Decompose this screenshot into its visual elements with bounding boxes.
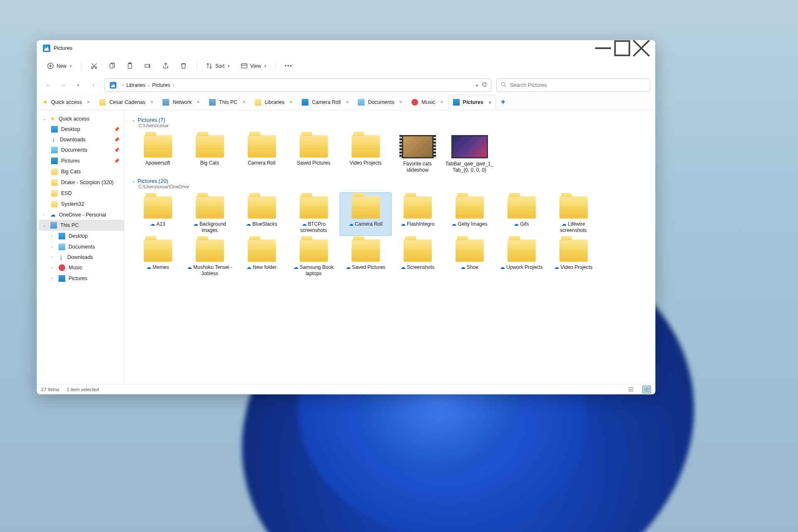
file-item[interactable]: ☁FlashIntegro: [392, 192, 443, 236]
close-tab-icon[interactable]: ×: [488, 99, 492, 106]
file-item[interactable]: ☁Lifewire screenshots: [547, 192, 599, 236]
file-item[interactable]: Video Projects: [340, 131, 392, 175]
up-button[interactable]: ↑: [87, 79, 99, 91]
tab-cesar-cadenas[interactable]: Cesar Cadenas×: [95, 95, 158, 110]
more-button[interactable]: •••: [281, 60, 296, 72]
cloud-icon: ☁: [50, 212, 56, 218]
search-input[interactable]: [510, 82, 645, 88]
delete-button[interactable]: [176, 60, 191, 72]
file-item[interactable]: ☁Getty Images: [443, 192, 495, 236]
pc-icon: [50, 222, 57, 229]
file-item[interactable]: Saved Pictures: [288, 131, 340, 175]
sidebar-item-esd[interactable]: ESD: [39, 188, 124, 199]
forward-button[interactable]: →: [57, 79, 69, 91]
file-item[interactable]: ☁Memes: [132, 236, 184, 279]
new-tab-button[interactable]: +: [497, 96, 509, 108]
search-box[interactable]: [496, 79, 650, 92]
tab-libraries[interactable]: Libraries×: [251, 95, 297, 110]
tab-music[interactable]: Music×: [407, 95, 447, 110]
cut-button[interactable]: [86, 60, 102, 72]
breadcrumb-pictures[interactable]: Pictures: [152, 82, 170, 88]
file-item[interactable]: Big Cats: [184, 131, 236, 175]
file-item[interactable]: ☁Video Projects: [547, 236, 599, 279]
sidebar-onedrive[interactable]: ›☁OneDrive - Personal: [39, 209, 124, 220]
item-count: 27 items: [41, 387, 59, 392]
file-item[interactable]: ☁Camera Roll: [340, 192, 392, 236]
sidebar-this-pc[interactable]: ⌄This PC: [39, 220, 124, 231]
rename-button[interactable]: [140, 60, 155, 72]
refresh-button[interactable]: [481, 81, 488, 89]
details-view-button[interactable]: [627, 386, 635, 393]
sidebar-item-desktop[interactable]: ›Desktop: [39, 231, 124, 241]
sidebar-item-big-cats[interactable]: Big Cats: [39, 166, 124, 177]
sidebar-quick-access[interactable]: ⌄★Quick access: [39, 113, 124, 124]
cloud-icon: ☁: [187, 264, 192, 270]
close-tab-icon[interactable]: ×: [87, 99, 90, 105]
minimize-button[interactable]: [594, 40, 613, 56]
sidebar-item-desktop[interactable]: Desktop📌: [39, 124, 124, 135]
maximize-button[interactable]: [613, 40, 632, 56]
chevron-down-icon[interactable]: ▾: [476, 83, 478, 88]
file-item[interactable]: Apowersoft: [132, 131, 184, 175]
close-tab-icon[interactable]: ×: [290, 99, 293, 105]
sidebar-item-system32[interactable]: System32: [39, 199, 124, 209]
pictures-icon: [51, 158, 58, 164]
file-item[interactable]: TabBar_qwe_qwe_1_Tab_{0, 0, 0, 0}: [443, 131, 495, 175]
close-tab-icon[interactable]: ×: [150, 99, 154, 105]
item-label: ☁Saved Pictures: [346, 264, 386, 271]
icons-view-button[interactable]: [643, 386, 651, 393]
item-label: Favorite cats slideshow: [394, 161, 441, 173]
file-item[interactable]: ☁Mushoku Tensei - Jobless: [184, 236, 236, 279]
item-grid: ☁A13☁Background images☁BlueStacks☁BTCPro…: [132, 192, 648, 279]
file-item[interactable]: ☁New folder: [236, 236, 288, 279]
view-button[interactable]: View ▾: [236, 60, 271, 72]
file-item[interactable]: ☁A13: [132, 192, 184, 236]
close-tab-icon[interactable]: ×: [440, 99, 443, 105]
close-tab-icon[interactable]: ×: [197, 99, 200, 105]
paste-button[interactable]: [122, 60, 138, 72]
tab-network[interactable]: Network×: [158, 95, 204, 110]
file-item[interactable]: ☁Background images: [184, 192, 236, 236]
recent-button[interactable]: ▾: [72, 79, 84, 91]
file-item[interactable]: Camera Roll: [236, 131, 288, 175]
sidebar-item-downloads[interactable]: ›⭳Downloads: [39, 252, 124, 262]
group-header[interactable]: ⌄Pictures (20): [132, 178, 648, 184]
sidebar-item-pictures[interactable]: Pictures📌: [39, 155, 124, 166]
tab-camera-roll[interactable]: Camera Roll×: [298, 95, 353, 110]
sidebar-item-pictures[interactable]: ›Pictures: [39, 273, 124, 284]
sidebar-item-documents[interactable]: Documents📌: [39, 145, 124, 155]
sidebar-item-label: System32: [61, 201, 84, 207]
copy-button[interactable]: [104, 60, 120, 72]
file-item[interactable]: ☁Samsung Book laptops: [288, 236, 340, 279]
tab-pictures[interactable]: Pictures×: [448, 95, 496, 110]
tab-documents[interactable]: Documents×: [354, 95, 406, 110]
cloud-icon: ☁: [401, 221, 406, 227]
file-item[interactable]: ☁BTCPro screenshots: [288, 192, 340, 236]
sidebar-item-music[interactable]: ›Music: [39, 262, 124, 273]
back-button[interactable]: ←: [42, 79, 54, 91]
close-button[interactable]: [632, 40, 651, 56]
sort-button[interactable]: Sort ▾: [202, 60, 234, 72]
file-item[interactable]: ☁Upwork Projects: [495, 236, 547, 279]
group-header[interactable]: ⌄Pictures (7): [132, 117, 648, 123]
file-item[interactable]: ☁BlueStacks: [236, 192, 288, 236]
file-item[interactable]: Favorite cats slideshow: [392, 131, 443, 175]
close-tab-icon[interactable]: ×: [346, 99, 349, 105]
file-item[interactable]: ☁Gifs: [495, 192, 547, 236]
sidebar-item-documents[interactable]: ›Documents: [39, 241, 124, 252]
share-button[interactable]: [158, 60, 173, 72]
sidebar-item-downloads[interactable]: ⭳Downloads📌: [39, 135, 124, 145]
file-item[interactable]: ☁Shoe: [443, 236, 495, 279]
breadcrumb-libraries[interactable]: Libraries: [126, 82, 145, 88]
tab-this-pc[interactable]: This PC×: [205, 95, 250, 110]
folder-icon: [248, 135, 276, 158]
close-tab-icon[interactable]: ×: [399, 99, 403, 105]
sidebar-item-drake-scorpion-320-[interactable]: Drake - Scorpion (320): [39, 177, 124, 188]
file-item[interactable]: ☁Screenshots: [392, 236, 443, 279]
new-button[interactable]: New ▾: [43, 60, 76, 72]
file-item[interactable]: ☁Saved Pictures: [340, 236, 392, 279]
address-bar[interactable]: › Libraries › Pictures › ▾: [104, 79, 491, 92]
item-label: ☁Lifewire screenshots: [549, 221, 597, 234]
tab-quick-access[interactable]: ★Quick access×: [39, 95, 94, 110]
close-tab-icon[interactable]: ×: [242, 99, 246, 105]
